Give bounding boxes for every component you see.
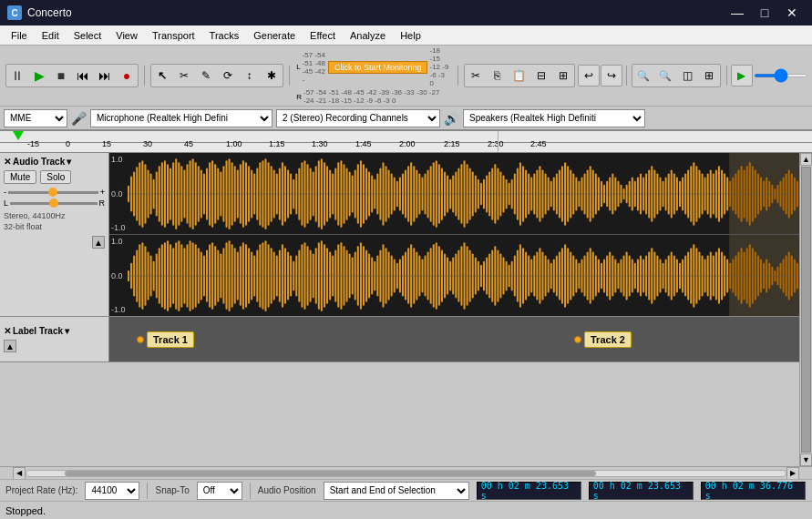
menu-view[interactable]: View — [108, 28, 145, 43]
menu-tracks[interactable]: Tracks — [202, 28, 247, 43]
status-sep-2 — [250, 483, 251, 499]
position-field-2[interactable]: 00 h 02 m 23.653 s — [589, 482, 694, 500]
ruler-mark-45: 45 — [184, 139, 193, 148]
zoom-controls: 🔍 🔍 ◫ ⊞ — [632, 64, 721, 87]
select-tool-button[interactable]: ↖ — [151, 65, 173, 86]
label-track-content[interactable]: Track 1 Track 2 — [109, 317, 799, 361]
track-info: Stereo, 44100Hz 32-bit float — [4, 211, 105, 232]
ruler-mark-1-00: 1:00 — [226, 139, 242, 148]
waveform2-mid-label: 0.0 — [111, 271, 123, 280]
waveform-bot-label: -1.0 — [111, 223, 126, 232]
snap-to-label: Snap-To — [155, 485, 189, 495]
speaker-select[interactable]: Speakers (Realtek High Definiti — [463, 109, 645, 127]
waveform-channel-1[interactable]: 1.0 0.0 -1.0 // Generate waveform bars i… — [109, 153, 799, 234]
undo-button[interactable]: ↩ — [578, 65, 600, 86]
menu-transport[interactable]: Transport — [145, 28, 202, 43]
label-track-menu-btn[interactable]: ▾ — [65, 326, 69, 336]
playback-speed-slider[interactable] — [754, 74, 808, 77]
stop-button[interactable]: ■ — [50, 65, 72, 86]
toolbar-row-1: ⏸ ▶ ■ ⏮ ⏭ ● ↖ ✂ ✎ ⟳ ↕ ✱ L — [0, 46, 812, 106]
ruler-mark-15: 15 — [102, 139, 111, 148]
menu-help[interactable]: Help — [393, 28, 428, 43]
maximize-button[interactable]: □ — [752, 4, 777, 22]
tool-selector: ↖ ✂ ✎ ⟳ ↕ ✱ — [150, 64, 283, 87]
hscrollbar-thumb[interactable] — [65, 471, 596, 476]
ruler-mark-2-00: 2:00 — [399, 139, 416, 148]
minimize-button[interactable]: — — [725, 4, 750, 22]
track-1-pin — [137, 336, 144, 343]
status-text: Stopped. — [5, 505, 46, 516]
monitor-button[interactable]: Click to Start Monitoring — [328, 61, 428, 74]
position-field-1[interactable]: 00 h 02 m 23.653 s — [477, 482, 581, 500]
label-track-collapse-button[interactable]: ▲ — [4, 340, 16, 352]
ruler-mark-1-45: 1:45 — [355, 139, 372, 148]
zoom-fit-button[interactable]: ⊞ — [698, 65, 720, 86]
menu-analyze[interactable]: Analyze — [343, 28, 393, 43]
redo-button[interactable]: ↪ — [601, 65, 622, 86]
draw-tool-button[interactable]: ✎ — [195, 65, 217, 86]
scroll-right-button[interactable]: ▶ — [786, 467, 799, 480]
envelope-tool-button[interactable]: ✂ — [173, 65, 195, 86]
play-speed-button[interactable]: ▶ — [731, 65, 753, 86]
host-select[interactable]: MME — [4, 109, 67, 127]
cut-button[interactable]: ✂ — [465, 65, 487, 86]
snap-to-select[interactable]: Off — [197, 482, 242, 500]
multi-tool-button[interactable]: ✱ — [261, 65, 283, 86]
channels-select[interactable]: 2 (Stereo) Recording Channels — [276, 109, 440, 127]
zoom-in-button[interactable]: 🔍 — [632, 65, 654, 86]
menu-file[interactable]: File — [4, 28, 35, 43]
gain-slider[interactable] — [8, 191, 98, 194]
trim-button[interactable]: ⊟ — [530, 65, 552, 86]
zoom-out-button[interactable]: 🔍 — [654, 65, 676, 86]
solo-button[interactable]: Solo — [40, 170, 71, 184]
pan-slider[interactable] — [10, 202, 97, 205]
audio-track-name: Audio Track — [13, 157, 65, 167]
zoom-sel-button[interactable]: ◫ — [676, 65, 698, 86]
tracks-panel: ✕ Audio Track ▾ Mute Solo - + — [0, 153, 799, 466]
track-1-label[interactable]: Track 1 — [147, 331, 194, 348]
status-sep-1 — [147, 483, 148, 499]
label-track-close-btn[interactable]: ✕ — [4, 326, 11, 336]
waveform-channel-2[interactable]: 1.0 0.0 -1.0 — [109, 235, 799, 316]
horizontal-scrollbar[interactable]: ◀ ▶ — [0, 466, 812, 479]
paste-button[interactable]: 📋 — [509, 65, 530, 86]
audio-track-menu-btn[interactable]: ▾ — [67, 157, 71, 167]
ruler-mark-1-30: 1:30 — [312, 139, 328, 148]
mic-select[interactable]: Microphone (Realtek High Defini — [90, 109, 272, 127]
menu-select[interactable]: Select — [67, 28, 109, 43]
speaker-icon: 🔊 — [444, 111, 459, 126]
track-collapse-button[interactable]: ▲ — [92, 236, 105, 249]
menu-generate[interactable]: Generate — [246, 28, 303, 43]
position-field-3[interactable]: 00 h 02 m 36.776 s — [701, 482, 806, 500]
project-rate-select[interactable]: 44100 — [85, 482, 139, 500]
skip-forward-button[interactable]: ⏭ — [94, 65, 116, 86]
audio-track-close-btn[interactable]: ✕ — [4, 157, 11, 167]
record-button[interactable]: ● — [116, 65, 138, 86]
audio-track-controls: ✕ Audio Track ▾ Mute Solo - + — [0, 153, 109, 316]
scroll-thumb[interactable] — [801, 167, 811, 453]
close-button[interactable]: ✕ — [779, 4, 805, 22]
zoom-tool-button[interactable]: ⟳ — [217, 65, 239, 86]
track-2-label[interactable]: Track 2 — [584, 331, 632, 348]
hscrollbar-track[interactable] — [26, 470, 786, 477]
play-button[interactable]: ▶ — [28, 65, 50, 86]
silence-button[interactable]: ⊞ — [552, 65, 574, 86]
scroll-up-button[interactable]: ▲ — [800, 153, 812, 166]
skip-back-button[interactable]: ⏮ — [72, 65, 94, 86]
meter-l-label: L — [296, 63, 300, 71]
bottom-status-bar: Stopped. — [0, 501, 812, 519]
position-type-select[interactable]: Start and End of Selection — [324, 482, 469, 500]
waveform-svg-bottom — [128, 235, 799, 316]
copy-button[interactable]: ⎘ — [487, 65, 509, 86]
pause-button[interactable]: ⏸ — [6, 65, 28, 86]
scroll-down-button[interactable]: ▼ — [800, 453, 812, 466]
timeshift-tool-button[interactable]: ↕ — [239, 65, 261, 86]
ruler-mark-2-15: 2:15 — [444, 139, 460, 148]
menu-effect[interactable]: Effect — [303, 28, 343, 43]
menu-edit[interactable]: Edit — [35, 28, 67, 43]
mute-button[interactable]: Mute — [4, 170, 36, 184]
waveform-area: 1.0 0.0 -1.0 // Generate waveform bars i… — [109, 153, 799, 316]
meter-r-label: R — [296, 93, 302, 101]
device-row: MME 🎤 Microphone (Realtek High Defini 2 … — [0, 106, 812, 129]
scroll-left-button[interactable]: ◀ — [13, 467, 26, 480]
